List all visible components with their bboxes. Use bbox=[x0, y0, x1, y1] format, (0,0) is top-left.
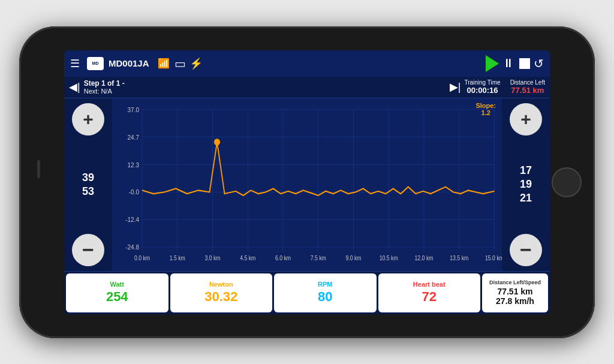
skip-first-button[interactable]: ◀| bbox=[69, 80, 80, 94]
rpm-card: RPM 80 bbox=[274, 273, 377, 312]
bottom-metrics: Watt 254 Newton 30.32 RPM 80 Heart beat … bbox=[64, 271, 550, 314]
home-button[interactable] bbox=[552, 167, 582, 197]
logo-text: MD bbox=[92, 61, 99, 65]
play-button[interactable] bbox=[486, 55, 499, 72]
svg-text:24.7: 24.7 bbox=[128, 133, 139, 140]
distance-left-label: Distance Left bbox=[510, 79, 545, 86]
right-value-3: 21 bbox=[520, 192, 532, 204]
svg-text:15.0 km: 15.0 km bbox=[485, 254, 502, 261]
right-value-2: 19 bbox=[520, 178, 532, 191]
watt-card: Watt 254 bbox=[66, 273, 168, 312]
svg-text:1.5 km: 1.5 km bbox=[170, 254, 185, 261]
distance-speed-distance: 77.51 km bbox=[497, 287, 532, 296]
heartbeat-card: Heart beat 72 bbox=[378, 273, 481, 312]
logo-box: MD bbox=[87, 57, 104, 70]
chart-svg: 37.0 24.7 12.3 -0.0 -12.4 -24.8 0.0 km 1… bbox=[112, 101, 502, 269]
svg-text:10.5 km: 10.5 km bbox=[380, 254, 398, 261]
top-controls: ⏸ ↺ bbox=[486, 55, 544, 72]
left-controls: + 39 53 − bbox=[64, 98, 112, 271]
slope-label: Slope: 1.2 bbox=[475, 102, 496, 116]
left-values: 39 53 bbox=[82, 138, 94, 231]
svg-text:7.5 km: 7.5 km bbox=[311, 254, 326, 261]
left-plus-button[interactable]: + bbox=[72, 103, 104, 136]
svg-rect-0 bbox=[112, 101, 502, 269]
pause-button[interactable]: ⏸ bbox=[502, 56, 516, 70]
chart-container: Slope: 1.2 bbox=[112, 98, 502, 271]
watt-value: 254 bbox=[106, 289, 128, 305]
refresh-button[interactable]: ↺ bbox=[534, 56, 544, 71]
right-controls: + 17 19 21 − bbox=[502, 98, 550, 271]
next-line: Next: N/A bbox=[84, 88, 446, 95]
svg-text:12.0 km: 12.0 km bbox=[414, 254, 433, 261]
left-value-2: 53 bbox=[82, 185, 94, 198]
step-line: Step 1 of 1 - bbox=[84, 79, 446, 88]
watt-label: Watt bbox=[110, 281, 124, 288]
slope-text: Slope: bbox=[475, 102, 496, 109]
svg-text:9.0 km: 9.0 km bbox=[345, 254, 361, 261]
distance-speed-speed: 27.8 km/h bbox=[496, 296, 534, 306]
newton-value: 30.32 bbox=[204, 289, 237, 305]
stop-button[interactable] bbox=[519, 58, 530, 69]
top-bar: ☰ MD MD001JA 📶 ▭ ⚡ ⏸ ↺ bbox=[64, 50, 550, 77]
distance-speed-label: Distance Left/Speed bbox=[489, 279, 541, 285]
device-id: MD001JA bbox=[109, 58, 149, 68]
newton-label: Newton bbox=[209, 281, 233, 288]
phone-screen: ☰ MD MD001JA 📶 ▭ ⚡ ⏸ ↺ ◀| Step 1 of 1 - … bbox=[64, 50, 550, 314]
right-minus-button[interactable]: − bbox=[510, 234, 542, 266]
svg-text:-24.8: -24.8 bbox=[125, 243, 139, 251]
svg-text:0.0 km: 0.0 km bbox=[134, 254, 150, 261]
heartbeat-label: Heart beat bbox=[413, 281, 446, 288]
distance-speed-card: Distance Left/Speed 77.51 km 27.8 km/h bbox=[482, 273, 548, 312]
svg-text:-12.4: -12.4 bbox=[125, 215, 139, 223]
svg-text:-0.0: -0.0 bbox=[129, 188, 139, 195]
svg-text:12.3: 12.3 bbox=[128, 160, 139, 168]
svg-text:37.0: 37.0 bbox=[128, 106, 139, 113]
rpm-label: RPM bbox=[318, 281, 332, 288]
distance-left-value: 77.51 km bbox=[510, 86, 545, 95]
skip-last-button[interactable]: ▶| bbox=[450, 80, 461, 94]
svg-point-35 bbox=[214, 139, 220, 145]
heartbeat-value: 72 bbox=[422, 289, 437, 305]
training-info: Training Time 00:00:16 Distance Left 77.… bbox=[464, 79, 545, 95]
svg-text:6.0 km: 6.0 km bbox=[275, 254, 291, 261]
wifi-icon: 📶 bbox=[158, 58, 170, 69]
phone-shell: ☰ MD MD001JA 📶 ▭ ⚡ ⏸ ↺ ◀| Step 1 of 1 - … bbox=[19, 26, 595, 338]
training-time-block: Training Time 00:00:16 bbox=[464, 79, 500, 95]
svg-text:3.0 km: 3.0 km bbox=[204, 254, 220, 261]
training-time-label: Training Time bbox=[464, 79, 500, 86]
slope-value: 1.2 bbox=[475, 109, 496, 116]
right-values: 17 19 21 bbox=[520, 138, 532, 231]
battery-icon: ▭ bbox=[174, 56, 185, 71]
newton-card: Newton 30.32 bbox=[170, 273, 273, 312]
right-value-1: 17 bbox=[520, 164, 532, 177]
svg-text:4.5 km: 4.5 km bbox=[240, 254, 255, 261]
distance-block: Distance Left 77.51 km bbox=[510, 79, 545, 95]
step-bar: ◀| Step 1 of 1 - Next: N/A ▶| Training T… bbox=[64, 77, 550, 98]
left-minus-button[interactable]: − bbox=[72, 234, 104, 266]
svg-text:13.5 km: 13.5 km bbox=[450, 254, 468, 261]
rpm-value: 80 bbox=[318, 289, 332, 305]
bolt-icon: ⚡ bbox=[189, 57, 203, 70]
training-time-value: 00:00:16 bbox=[464, 86, 500, 95]
step-info: Step 1 of 1 - Next: N/A bbox=[84, 79, 446, 95]
right-plus-button[interactable]: + bbox=[510, 103, 542, 136]
left-value-1: 39 bbox=[82, 172, 94, 184]
side-button bbox=[37, 160, 40, 178]
main-content: + 39 53 − Slope: 1.2 bbox=[64, 98, 550, 314]
chart-area: + 39 53 − Slope: 1.2 bbox=[64, 98, 550, 271]
hamburger-icon[interactable]: ☰ bbox=[70, 57, 80, 70]
